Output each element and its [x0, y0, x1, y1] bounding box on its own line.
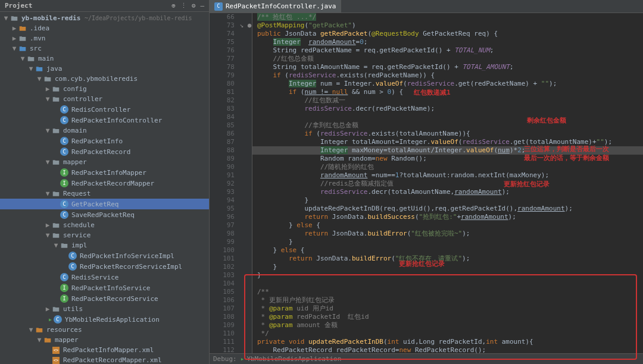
- tree-item[interactable]: ▼Request: [0, 189, 209, 199]
- annotation: 三位运算，判断是否最后一次: [524, 145, 609, 153]
- target-icon[interactable]: ⊕: [171, 2, 176, 10]
- tree-item[interactable]: ▼src: [0, 43, 209, 54]
- editor-tabs: C RedPacketInfoController.java: [210, 0, 643, 13]
- minimize-icon[interactable]: —: [200, 2, 204, 10]
- annotation: 红包数递减1: [414, 88, 451, 97]
- tree-item[interactable]: IRedPacketInfoMapper: [0, 167, 209, 178]
- tree-item[interactable]: ▼mapper: [0, 335, 209, 345]
- tree-item[interactable]: CRedPacketInfoServiceImpl: [0, 250, 209, 261]
- tree-item[interactable]: ▼controller: [0, 94, 209, 104]
- gear-icon[interactable]: ⚙: [192, 2, 196, 10]
- tree-item[interactable]: <>RedPacketRecordMapper.xml: [0, 355, 209, 364]
- annotation: 剩余红包金额: [527, 116, 566, 125]
- java-class-icon: C: [214, 2, 223, 11]
- debug-label: Debug:: [213, 355, 237, 363]
- project-tree[interactable]: ▼yb-mobile-redis ~/IdeaProjects/yb-mobil…: [0, 12, 209, 364]
- tree-item[interactable]: ▼resources: [0, 325, 209, 335]
- tree-item[interactable]: CSaveRedPacketReq: [0, 209, 209, 220]
- tree-item[interactable]: IRedPacketInfoService: [0, 283, 209, 293]
- sidebar-title: Project: [5, 2, 32, 10]
- tree-item[interactable]: ▼mapper: [0, 157, 209, 167]
- tree-item[interactable]: ▼domain: [0, 125, 209, 136]
- tree-item[interactable]: CRedPacketInfo: [0, 136, 209, 146]
- tree-item[interactable]: ▼com.cyb.ybmobileredis: [0, 74, 209, 84]
- tree-item[interactable]: CRedisController: [0, 104, 209, 115]
- tree-item[interactable]: ▶schedule: [0, 220, 209, 230]
- tree-item[interactable]: CRedPacketRecordServiceImpl: [0, 261, 209, 272]
- bottom-bar: Debug: ▸ YbMobileRedisApplication: [210, 353, 643, 364]
- tree-item[interactable]: CGetPacketReq: [0, 199, 209, 209]
- sidebar-header: Project ⊕ ⋮ ⚙ —: [0, 0, 209, 12]
- tree-item[interactable]: ▶.idea: [0, 23, 209, 33]
- marker-gutter: ↘ ●: [239, 13, 252, 353]
- project-sidebar: Project ⊕ ⋮ ⚙ — ▼yb-mobile-redis ~/IdeaP…: [0, 0, 210, 364]
- editor-panel: C RedPacketInfoController.java 667374757…: [210, 0, 643, 364]
- tree-item[interactable]: ▼service: [0, 230, 209, 240]
- tree-item[interactable]: IRedPacketRecordMapper: [0, 178, 209, 189]
- tree-item[interactable]: IRedPacketRecordService: [0, 293, 209, 304]
- annotation: 更新抢红包记录: [504, 180, 550, 189]
- tree-item[interactable]: ▼impl: [0, 240, 209, 250]
- tree-item[interactable]: CRedPacketInfoController: [0, 115, 209, 125]
- tab-redpacketinfocontroller[interactable]: C RedPacketInfoController.java: [210, 0, 341, 12]
- tree-item[interactable]: ▼java: [0, 64, 209, 74]
- code-content[interactable]: /** 抢红包 ...*/@PostMapping("getPacket")pu…: [252, 13, 643, 353]
- tree-item[interactable]: ▼main: [0, 54, 209, 64]
- tree-item[interactable]: ▼yb-mobile-redis ~/IdeaProjects/yb-mobil…: [0, 13, 209, 23]
- tree-item[interactable]: CRedisService: [0, 272, 209, 283]
- annotation: 更新抢红包记录: [399, 259, 445, 268]
- tab-label: RedPacketInfoController.java: [226, 2, 336, 10]
- tree-item[interactable]: <>RedPacketInfoMapper.xml: [0, 345, 209, 355]
- tree-item[interactable]: ▶CYbMobileRedisApplication: [0, 314, 209, 325]
- separator: ⋮: [180, 2, 187, 10]
- tree-item[interactable]: ▶utils: [0, 304, 209, 314]
- annotation: 最后一次的话，等于剩余金额: [524, 153, 609, 162]
- code-area[interactable]: 6673747576777879808182838485868788899091…: [210, 13, 643, 353]
- debug-app: YbMobileRedisApplication: [246, 355, 341, 363]
- tree-item[interactable]: ▶config: [0, 84, 209, 94]
- tree-item[interactable]: CRedPacketRecord: [0, 146, 209, 157]
- tree-item[interactable]: ▶.mvn: [0, 33, 209, 43]
- line-gutter: 6673747576777879808182838485868788899091…: [210, 13, 239, 353]
